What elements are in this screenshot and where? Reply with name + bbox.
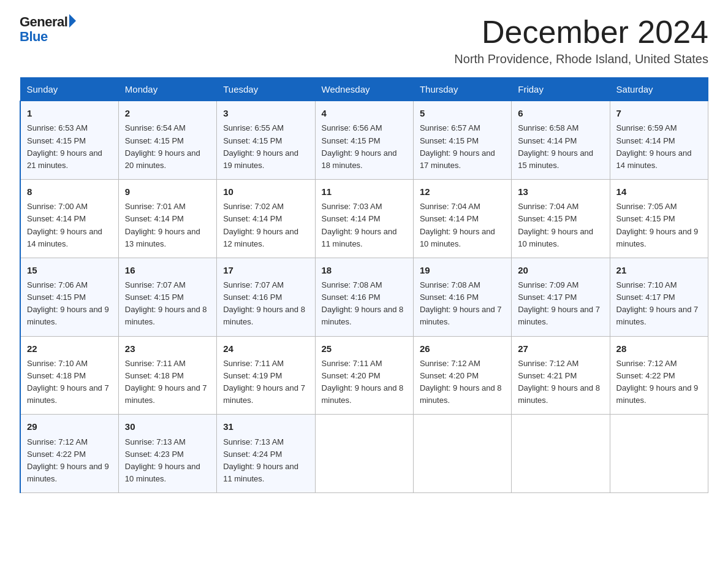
day-number: 8 (27, 185, 112, 199)
day-number: 7 (616, 106, 702, 120)
calendar-table: Sunday Monday Tuesday Wednesday Thursday… (20, 77, 708, 493)
day-number: 6 (518, 106, 603, 120)
calendar-header-row: Sunday Monday Tuesday Wednesday Thursday… (20, 78, 708, 101)
table-row: 5Sunrise: 6:57 AMSunset: 4:15 PMDaylight… (413, 101, 511, 180)
table-row: 4Sunrise: 6:56 AMSunset: 4:15 PMDaylight… (315, 101, 413, 180)
logo-general: General (20, 15, 67, 29)
table-row: 19Sunrise: 7:08 AMSunset: 4:16 PMDayligh… (413, 258, 511, 336)
day-info: Sunrise: 7:01 AMSunset: 4:14 PMDaylight:… (125, 201, 210, 250)
day-info: Sunrise: 6:56 AMSunset: 4:15 PMDaylight:… (322, 122, 407, 172)
day-number: 30 (125, 419, 210, 434)
header-saturday: Saturday (610, 78, 708, 101)
table-row: 26Sunrise: 7:12 AMSunset: 4:20 PMDayligh… (413, 336, 511, 415)
day-info: Sunrise: 7:13 AMSunset: 4:23 PMDaylight:… (125, 436, 210, 486)
day-info: Sunrise: 7:12 AMSunset: 4:21 PMDaylight:… (518, 358, 603, 407)
day-info: Sunrise: 7:10 AMSunset: 4:17 PMDaylight:… (616, 279, 702, 329)
day-number: 1 (27, 106, 112, 120)
table-row: 18Sunrise: 7:08 AMSunset: 4:16 PMDayligh… (315, 258, 413, 336)
day-info: Sunrise: 7:11 AMSunset: 4:20 PMDaylight:… (322, 358, 407, 407)
day-number: 26 (420, 342, 505, 356)
table-row: 28Sunrise: 7:12 AMSunset: 4:22 PMDayligh… (610, 336, 708, 415)
table-row: 23Sunrise: 7:11 AMSunset: 4:18 PMDayligh… (118, 336, 216, 415)
header-thursday: Thursday (413, 78, 511, 101)
table-row: 2Sunrise: 6:54 AMSunset: 4:15 PMDaylight… (118, 101, 216, 180)
day-info: Sunrise: 6:55 AMSunset: 4:15 PMDaylight:… (223, 122, 308, 172)
day-number: 4 (322, 106, 407, 120)
calendar-week-row: 29Sunrise: 7:12 AMSunset: 4:22 PMDayligh… (20, 415, 708, 493)
day-number: 16 (125, 263, 210, 277)
day-number: 5 (420, 106, 505, 120)
table-row: 11Sunrise: 7:03 AMSunset: 4:14 PMDayligh… (315, 180, 413, 258)
table-row: 6Sunrise: 6:58 AMSunset: 4:14 PMDaylight… (512, 101, 610, 180)
day-number: 15 (27, 263, 112, 277)
day-number: 20 (518, 263, 603, 277)
day-number: 18 (322, 263, 407, 277)
day-info: Sunrise: 6:53 AMSunset: 4:15 PMDaylight:… (27, 122, 112, 172)
header-tuesday: Tuesday (217, 78, 315, 101)
day-info: Sunrise: 6:59 AMSunset: 4:14 PMDaylight:… (616, 122, 702, 172)
table-row (512, 415, 610, 493)
table-row (610, 415, 708, 493)
table-row: 15Sunrise: 7:06 AMSunset: 4:15 PMDayligh… (20, 258, 118, 336)
table-row: 27Sunrise: 7:12 AMSunset: 4:21 PMDayligh… (512, 336, 610, 415)
day-info: Sunrise: 7:07 AMSunset: 4:15 PMDaylight:… (125, 279, 210, 329)
day-info: Sunrise: 7:04 AMSunset: 4:14 PMDaylight:… (420, 201, 505, 250)
day-number: 3 (223, 106, 308, 120)
table-row: 29Sunrise: 7:12 AMSunset: 4:22 PMDayligh… (20, 415, 118, 493)
page-header: General Blue December 2024 North Provide… (20, 15, 708, 66)
table-row: 17Sunrise: 7:07 AMSunset: 4:16 PMDayligh… (217, 258, 315, 336)
day-info: Sunrise: 7:00 AMSunset: 4:14 PMDaylight:… (27, 201, 112, 250)
day-number: 13 (518, 185, 603, 199)
day-info: Sunrise: 7:11 AMSunset: 4:19 PMDaylight:… (223, 358, 308, 407)
day-number: 17 (223, 263, 308, 277)
calendar-week-row: 15Sunrise: 7:06 AMSunset: 4:15 PMDayligh… (20, 258, 708, 336)
day-info: Sunrise: 7:09 AMSunset: 4:17 PMDaylight:… (518, 279, 603, 329)
day-number: 29 (27, 419, 112, 434)
day-info: Sunrise: 7:10 AMSunset: 4:18 PMDaylight:… (27, 358, 112, 407)
day-info: Sunrise: 7:12 AMSunset: 4:22 PMDaylight:… (616, 358, 702, 407)
header-monday: Monday (118, 78, 216, 101)
table-row: 10Sunrise: 7:02 AMSunset: 4:14 PMDayligh… (217, 180, 315, 258)
day-info: Sunrise: 7:06 AMSunset: 4:15 PMDaylight:… (27, 279, 112, 329)
location-subtitle: North Providence, Rhode Island, United S… (454, 52, 708, 66)
day-info: Sunrise: 7:03 AMSunset: 4:14 PMDaylight:… (322, 201, 407, 250)
table-row: 20Sunrise: 7:09 AMSunset: 4:17 PMDayligh… (512, 258, 610, 336)
calendar-week-row: 1Sunrise: 6:53 AMSunset: 4:15 PMDaylight… (20, 101, 708, 180)
day-info: Sunrise: 7:05 AMSunset: 4:15 PMDaylight:… (616, 201, 702, 250)
day-info: Sunrise: 7:12 AMSunset: 4:22 PMDaylight:… (27, 436, 112, 486)
header-friday: Friday (512, 78, 610, 101)
day-info: Sunrise: 7:12 AMSunset: 4:20 PMDaylight:… (420, 358, 505, 407)
day-number: 14 (616, 185, 702, 199)
day-info: Sunrise: 7:13 AMSunset: 4:24 PMDaylight:… (223, 436, 308, 486)
day-number: 11 (322, 185, 407, 199)
day-info: Sunrise: 6:58 AMSunset: 4:14 PMDaylight:… (518, 122, 603, 172)
day-number: 31 (223, 419, 308, 434)
header-sunday: Sunday (20, 78, 118, 101)
day-info: Sunrise: 7:08 AMSunset: 4:16 PMDaylight:… (322, 279, 407, 329)
table-row: 9Sunrise: 7:01 AMSunset: 4:14 PMDaylight… (118, 180, 216, 258)
table-row: 21Sunrise: 7:10 AMSunset: 4:17 PMDayligh… (610, 258, 708, 336)
day-number: 12 (420, 185, 505, 199)
header-wednesday: Wednesday (315, 78, 413, 101)
table-row: 1Sunrise: 6:53 AMSunset: 4:15 PMDaylight… (20, 101, 118, 180)
table-row: 8Sunrise: 7:00 AMSunset: 4:14 PMDaylight… (20, 180, 118, 258)
day-number: 28 (616, 342, 702, 356)
day-number: 24 (223, 342, 308, 356)
table-row: 12Sunrise: 7:04 AMSunset: 4:14 PMDayligh… (413, 180, 511, 258)
calendar-week-row: 8Sunrise: 7:00 AMSunset: 4:14 PMDaylight… (20, 180, 708, 258)
logo-blue: Blue (20, 29, 76, 44)
day-number: 27 (518, 342, 603, 356)
table-row: 25Sunrise: 7:11 AMSunset: 4:20 PMDayligh… (315, 336, 413, 415)
table-row: 30Sunrise: 7:13 AMSunset: 4:23 PMDayligh… (118, 415, 216, 493)
day-info: Sunrise: 7:07 AMSunset: 4:16 PMDaylight:… (223, 279, 308, 329)
table-row: 14Sunrise: 7:05 AMSunset: 4:15 PMDayligh… (610, 180, 708, 258)
day-info: Sunrise: 7:02 AMSunset: 4:14 PMDaylight:… (223, 201, 308, 250)
day-number: 2 (125, 106, 210, 120)
title-area: December 2024 North Providence, Rhode Is… (454, 15, 708, 66)
table-row: 22Sunrise: 7:10 AMSunset: 4:18 PMDayligh… (20, 336, 118, 415)
day-info: Sunrise: 6:57 AMSunset: 4:15 PMDaylight:… (420, 122, 505, 172)
day-number: 23 (125, 342, 210, 356)
day-number: 25 (322, 342, 407, 356)
day-number: 22 (27, 342, 112, 356)
table-row: 3Sunrise: 6:55 AMSunset: 4:15 PMDaylight… (217, 101, 315, 180)
